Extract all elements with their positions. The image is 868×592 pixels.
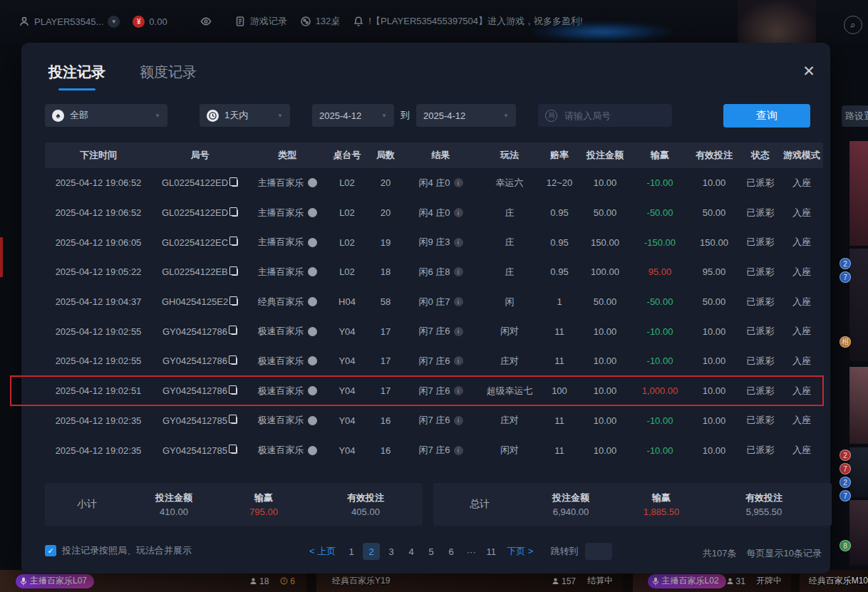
copy-icon[interactable] — [232, 269, 238, 276]
prev-page-button[interactable]: < 上页 — [305, 545, 340, 558]
table-row[interactable]: 2025-04-12 19:02:35 GY0425412785 极速百家乐 Y… — [45, 406, 823, 436]
copy-icon[interactable] — [232, 180, 238, 187]
subtotal-label: 小计 — [45, 498, 129, 511]
page-button-6[interactable]: 6 — [443, 543, 460, 560]
table-row[interactable]: 2025-04-12 19:04:37 GH04254125E2 经典百家乐 H… — [45, 287, 823, 317]
date-to-picker[interactable]: 2025-4-12 ▼ — [416, 104, 516, 127]
close-icon[interactable]: ✕ — [799, 61, 819, 81]
table-row[interactable]: 2025-04-12 19:02:51 GY0425412786 极速百家乐 Y… — [45, 376, 823, 406]
side-badge[interactable]: 7 — [839, 490, 851, 502]
copy-icon[interactable] — [231, 447, 237, 454]
game-type-select[interactable]: ♠ 全部 ▼ — [45, 104, 167, 127]
video-thumbnail[interactable] — [849, 141, 868, 246]
info-icon[interactable]: i — [454, 178, 463, 187]
cell-game-mode: 入座 — [780, 207, 823, 219]
game-record-button[interactable]: 游戏记录 — [234, 15, 287, 28]
chevron-down-icon[interactable]: ▼ — [108, 16, 120, 28]
tab-quota-records[interactable]: 额度记录 — [140, 63, 197, 90]
copy-icon[interactable] — [231, 388, 237, 395]
info-icon[interactable]: i — [454, 297, 463, 306]
time-range-select[interactable]: 1天内 ▼ — [200, 104, 290, 127]
info-icon[interactable]: i — [454, 416, 463, 425]
table-row[interactable]: 2025-04-12 19:02:55 GY0425412786 极速百家乐 Y… — [45, 316, 823, 346]
cell-play-type: 庄对 — [478, 355, 541, 368]
copy-icon[interactable] — [232, 298, 238, 306]
side-badge[interactable]: 8 — [839, 540, 851, 551]
table-row[interactable]: 2025-04-12 19:02:55 GY0425412786 极速百家乐 Y… — [45, 346, 823, 376]
info-icon[interactable]: i — [454, 446, 463, 455]
tab-betting-records[interactable]: 投注记录 — [48, 63, 105, 90]
info-icon[interactable]: i — [454, 327, 463, 336]
cell-table-number: Y04 — [326, 326, 368, 337]
cell-game-type: 极速百家乐 — [258, 355, 304, 368]
cell-odds: 11 — [541, 445, 578, 456]
user-menu[interactable]: PLAYER53545... ▼ — [19, 16, 120, 28]
page-button-2[interactable]: 2 — [363, 543, 380, 560]
info-icon[interactable]: i — [454, 386, 463, 395]
jump-to-input[interactable] — [585, 543, 612, 560]
cell-odds: 11 — [541, 415, 578, 426]
round-search-input[interactable] — [563, 110, 649, 122]
video-thumbnail[interactable] — [849, 367, 868, 444]
cell-odds: 0.95 — [541, 237, 578, 248]
video-thumbnail[interactable] — [849, 447, 868, 497]
page-button-3[interactable]: 3 — [383, 543, 400, 560]
copy-icon[interactable] — [231, 358, 237, 365]
background-accent — [0, 237, 3, 277]
pages-ellipsis: ··· — [463, 543, 480, 560]
video-thumbnail[interactable] — [849, 500, 868, 566]
hide-balance-button[interactable] — [200, 16, 212, 27]
info-icon[interactable]: i — [454, 356, 463, 365]
viewers-icon — [552, 577, 559, 585]
table-row[interactable]: 2025-04-12 19:05:22 GL02254122EB 主播百家乐 L… — [45, 257, 823, 287]
cell-round-id: GY0425412785 — [162, 415, 227, 426]
cell-status: 已派彩 — [740, 177, 780, 189]
cell-bet-amount: 10.00 — [578, 415, 632, 426]
cell-play-type: 幸运六 — [478, 177, 541, 189]
table-row[interactable]: 2025-04-12 19:06:52 GL02254122ED 主播百家乐 L… — [45, 198, 823, 228]
next-page-button[interactable]: 下页 > — [502, 545, 537, 558]
info-icon[interactable]: i — [454, 267, 463, 276]
side-badge[interactable]: 2 — [839, 450, 851, 461]
side-badge[interactable]: 相 — [839, 336, 851, 348]
cell-status: 已派彩 — [740, 355, 780, 368]
mic-icon — [652, 577, 659, 586]
page-button-5[interactable]: 5 — [423, 543, 440, 560]
page-button-11[interactable]: 11 — [482, 543, 500, 560]
page-button-4[interactable]: 4 — [403, 543, 420, 560]
subtotal-bet-label: 投注金额 — [129, 492, 219, 504]
service-icon[interactable]: ⌕ — [844, 16, 862, 34]
copy-icon[interactable] — [232, 209, 238, 217]
copy-icon[interactable] — [231, 328, 237, 335]
merge-checkbox[interactable]: ✓ — [45, 545, 56, 556]
game-type-icon — [308, 297, 317, 306]
date-from-picker[interactable]: 2025-4-12 ▼ — [312, 104, 394, 127]
total-records-label: 共107条 — [703, 547, 737, 560]
tables-button[interactable]: 132桌 — [300, 15, 341, 28]
balance-display[interactable]: ¥ 0.00 — [133, 16, 167, 28]
search-button[interactable]: 查询 — [723, 104, 810, 128]
table-row[interactable]: 2025-04-12 19:06:05 GL02254122EC 主播百家乐 L… — [45, 227, 823, 257]
side-badge[interactable]: 2 — [839, 258, 851, 269]
side-badge[interactable]: 7 — [839, 463, 851, 474]
side-badge[interactable]: 7 — [839, 271, 851, 283]
tile-table-name: 经典百家乐Y19 — [332, 575, 390, 587]
game-type-value: 全部 — [70, 109, 88, 122]
cell-table-number: Y04 — [326, 445, 368, 456]
video-thumbnail[interactable] — [849, 249, 868, 361]
cell-round-id: GY0425412785 — [162, 445, 227, 456]
side-badge[interactable]: 2 — [839, 477, 851, 488]
table-row[interactable]: 2025-04-12 19:02:35 GY0425412785 极速百家乐 Y… — [45, 435, 823, 465]
column-header: 类型 — [248, 149, 326, 162]
cell-result: 闲4 庄0 — [418, 207, 450, 219]
table-row[interactable]: 2025-04-12 19:06:52 GL02254122ED 主播百家乐 L… — [45, 168, 823, 198]
copy-icon[interactable] — [232, 239, 238, 246]
info-icon[interactable]: i — [454, 208, 463, 217]
page-button-1[interactable]: 1 — [343, 543, 360, 560]
cell-play-type: 闲对 — [478, 444, 541, 457]
total-win-label: 输赢 — [616, 492, 707, 504]
copy-icon[interactable] — [231, 417, 237, 424]
info-icon[interactable]: i — [454, 238, 463, 247]
road-settings-button[interactable]: 路设置 — [842, 105, 868, 127]
game-type-icon — [308, 238, 317, 247]
